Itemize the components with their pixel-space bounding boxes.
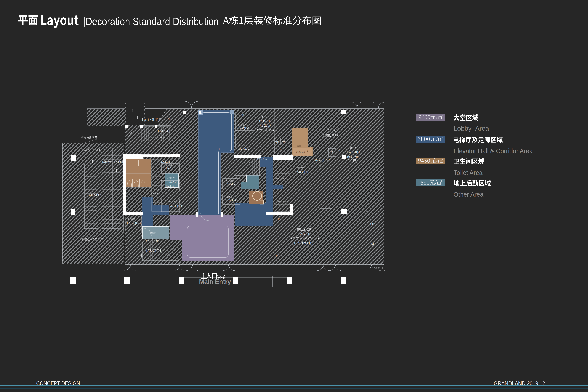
svg-text:1A-L-1: 1A-L-1 bbox=[166, 167, 174, 170]
svg-text:2: 2 bbox=[339, 148, 340, 152]
svg-text:1A-F(X)-1: 1A-F(X)-1 bbox=[168, 204, 182, 208]
svg-text:10.67m²: 10.67m² bbox=[168, 181, 176, 184]
svg-text:1AB-QL7-2: 1AB-QL7-2 bbox=[313, 158, 330, 162]
svg-text:163.82m²: 163.82m² bbox=[347, 155, 360, 158]
svg-text:1AB-QLT-5: 1AB-QLT-5 bbox=[142, 117, 160, 122]
svg-text:1AB-103: 1AB-103 bbox=[347, 150, 360, 154]
svg-text:XF: XF bbox=[146, 240, 149, 242]
svg-text:1AB FT 1: 1AB FT 1 bbox=[102, 161, 113, 164]
svg-text:PF: PF bbox=[276, 254, 279, 257]
svg-text:Lobby Area: Lobby Area bbox=[454, 125, 489, 132]
svg-text:23.98m²: 23.98m² bbox=[296, 151, 305, 154]
svg-text:42.22m²: 42.22m² bbox=[260, 124, 271, 127]
svg-text:|Decoration Standard Distribut: |Decoration Standard Distribution bbox=[83, 16, 219, 28]
svg-text:1A-LT-1: 1A-LT-1 bbox=[161, 160, 170, 163]
svg-text:XF: XF bbox=[156, 240, 159, 242]
svg-text:1A-L-4: 1A-L-4 bbox=[227, 198, 236, 202]
svg-text:PF: PF bbox=[166, 117, 171, 121]
svg-text:Elevator Hall & Corridor Area: Elevator Hall & Corridor Area bbox=[454, 148, 533, 155]
svg-text:XF: XF bbox=[370, 222, 374, 226]
svg-text:1AB-QF-1: 1AB-QF-1 bbox=[295, 170, 308, 174]
svg-text:1A-LT-2: 1A-LT-2 bbox=[257, 158, 267, 161]
svg-text:1AB DLT 1: 1AB DLT 1 bbox=[87, 194, 102, 197]
svg-text:XF: XF bbox=[278, 148, 281, 151]
svg-text:PF: PF bbox=[240, 113, 244, 116]
svg-text:1AB-QL-3: 1AB-QL-3 bbox=[126, 221, 141, 225]
svg-text:XF: XF bbox=[275, 141, 278, 144]
svg-text:CONCEPT DESIGN: CONCEPT DESIGN bbox=[36, 380, 80, 386]
svg-text:1AB-QLT-1: 1AB-QLT-1 bbox=[146, 249, 161, 252]
svg-text:XF: XF bbox=[282, 141, 286, 144]
svg-text:2: 2 bbox=[218, 148, 220, 151]
svg-text:1AB FT 2: 1AB FT 2 bbox=[112, 161, 123, 164]
svg-text:162.11m²(1F): 162.11m²(1F) bbox=[294, 241, 313, 245]
svg-text:2: 2 bbox=[307, 150, 308, 152]
svg-text:XF: XF bbox=[371, 242, 375, 245]
svg-text:1A-L-3: 1A-L-3 bbox=[227, 182, 236, 186]
svg-text:Other Area: Other Area bbox=[454, 191, 484, 198]
svg-text:Toilet Area: Toilet Area bbox=[454, 169, 482, 176]
svg-text:1A-L-2: 1A-L-2 bbox=[166, 185, 174, 188]
svg-text:1AB-102: 1AB-102 bbox=[259, 119, 271, 123]
svg-text:1A-QL-2: 1A-QL-2 bbox=[238, 147, 250, 150]
svg-text:D-LT-8: D-LT-8 bbox=[158, 129, 169, 133]
svg-text:GRANDLAND 2019.12: GRANDLAND 2019.12 bbox=[494, 380, 545, 386]
svg-text:1AB-110: 1AB-110 bbox=[298, 232, 311, 236]
svg-text:PF: PF bbox=[278, 218, 281, 220]
svg-text:JF: JF bbox=[330, 151, 333, 154]
svg-text:Main Entry: Main Entry bbox=[199, 278, 231, 285]
svg-text:1A-QL-1: 1A-QL-1 bbox=[238, 126, 250, 130]
